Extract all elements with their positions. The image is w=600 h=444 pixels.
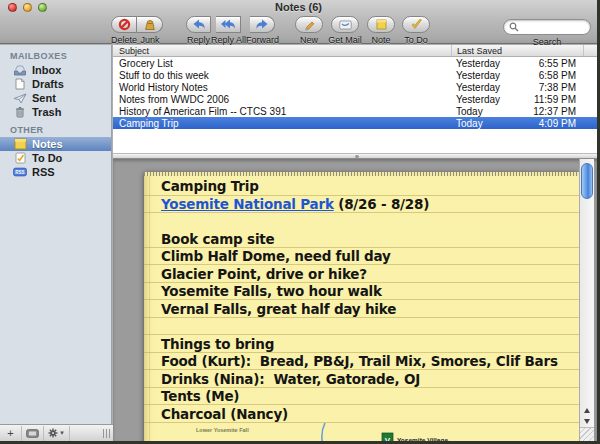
- note-line: Climb Half Dome, need full day: [161, 248, 571, 266]
- note-torn-edge: [144, 172, 579, 176]
- reply-all-button[interactable]: [216, 16, 241, 33]
- titlebar[interactable]: Notes (6): [0, 0, 597, 14]
- yosemite-link[interactable]: Yosemite National Park: [161, 196, 334, 212]
- reply-label: Reply: [187, 35, 210, 45]
- note-preview-area: Camping Trip Yosemite National Park (8/2…: [113, 159, 597, 441]
- note-item: Note: [366, 16, 396, 45]
- sidebar-item-to-do[interactable]: To Do: [0, 151, 111, 165]
- prohibition-icon: [118, 18, 131, 31]
- cell-subject: Camping Trip: [113, 118, 451, 129]
- picture-pane-icon: [26, 429, 39, 438]
- sidebar-item-drafts[interactable]: Drafts: [0, 77, 111, 91]
- add-mailbox-button[interactable]: +: [0, 426, 22, 441]
- search-field[interactable]: [503, 19, 591, 35]
- pane-toggle-button[interactable]: [22, 426, 44, 441]
- search-input[interactable]: [519, 21, 583, 34]
- new-note-button[interactable]: [295, 16, 323, 33]
- forward-label: Forward: [246, 35, 279, 45]
- note-list-row[interactable]: Stuff to do this weekYesterday6:58 PM: [113, 69, 597, 81]
- pane-resize-handle[interactable]: [103, 429, 112, 438]
- action-menu-button[interactable]: ▼: [44, 426, 70, 441]
- note-line: Things to bring: [161, 336, 571, 354]
- forward-button[interactable]: [250, 16, 275, 33]
- embedded-map-image: Lower Yosemite Fall V Yosemite Village: [144, 423, 579, 441]
- sidebar-item-label: Sent: [32, 92, 56, 104]
- scroll-down-button[interactable]: [580, 416, 594, 427]
- junk-button[interactable]: [137, 16, 163, 33]
- cell-time: 7:38 PM: [515, 82, 597, 93]
- column-last-saved[interactable]: Last Saved: [451, 45, 583, 56]
- scrollbar-thumb[interactable]: [581, 163, 593, 199]
- main-pane: Subject Last Saved Grocery ListYesterday…: [113, 45, 597, 441]
- junk-label: Junk: [141, 35, 160, 45]
- mailboxes-list: InboxDraftsSentTrash: [0, 63, 111, 119]
- sidebar-item-label: To Do: [32, 152, 62, 164]
- forward-arrow-icon: [255, 19, 269, 30]
- checkmark-icon: [410, 19, 423, 30]
- cell-time: 12:37 PM: [515, 106, 597, 117]
- note-list-row[interactable]: Grocery ListYesterday6:55 PM: [113, 57, 597, 69]
- scroll-up-button[interactable]: [580, 405, 594, 416]
- reply-arrow-icon: [192, 19, 206, 30]
- mail-notes-window: Notes (6) Delete: [0, 0, 597, 441]
- cell-subject: Stuff to do this week: [113, 70, 451, 81]
- sidebar-item-trash[interactable]: Trash: [0, 105, 111, 119]
- note-list-row[interactable]: World History NotesYesterday7:38 PM: [113, 81, 597, 93]
- note-button[interactable]: [367, 16, 395, 33]
- plus-icon: +: [7, 427, 13, 439]
- cell-day: Yesterday: [451, 94, 515, 105]
- cell-subject: History of American Film -- CTCS 391: [113, 106, 451, 117]
- map-label-bold: Yosemite Village: [397, 437, 448, 441]
- arrow-down-icon: [584, 419, 590, 424]
- note-line: Book camp site: [161, 231, 571, 249]
- cell-time: 11:59 PM: [515, 94, 597, 105]
- note-line: [161, 213, 571, 231]
- sidebar-item-label: Notes: [32, 138, 63, 150]
- note-label: Note: [371, 35, 390, 45]
- note-line: [161, 318, 571, 336]
- note-line: Vernal Falls, great half day hike: [161, 301, 571, 319]
- note-list-row[interactable]: Notes from WWDC 2006Yesterday11:59 PM: [113, 93, 597, 105]
- sidebar-item-label: Drafts: [32, 78, 64, 90]
- column-subject[interactable]: Subject: [113, 45, 451, 56]
- toolbar-group-reply: Reply Reply All Forward: [186, 16, 279, 45]
- cell-time: 4:09 PM: [515, 118, 597, 129]
- gear-icon: [48, 428, 58, 438]
- cell-day: Today: [451, 118, 515, 129]
- note-paper[interactable]: Camping Trip Yosemite National Park (8/2…: [144, 172, 579, 441]
- junk-bag-icon: [144, 19, 156, 31]
- window-resize-grip[interactable]: [580, 427, 594, 441]
- sticky-note-icon: [13, 138, 27, 150]
- get-mail-item: Get Mail: [329, 16, 361, 45]
- note-list-row[interactable]: Camping TripToday4:09 PM: [113, 117, 597, 129]
- search-area: Search: [503, 19, 591, 47]
- note-margin-line: [149, 176, 150, 441]
- sidebar-bottom-bar: + ▼: [0, 424, 117, 441]
- get-mail-button[interactable]: [331, 16, 359, 33]
- sidebar-item-label: Inbox: [32, 64, 61, 76]
- map-marker-letter: V: [385, 436, 391, 441]
- note-body: Book camp siteClimb Half Dome, need full…: [161, 213, 571, 423]
- reply-button[interactable]: [186, 16, 211, 33]
- todo-button[interactable]: [402, 16, 430, 33]
- delete-label: Delete: [111, 35, 137, 45]
- sidebar-item-notes[interactable]: Notes: [0, 137, 111, 151]
- screenshot-stage: Notes (6) Delete: [0, 0, 600, 444]
- pencil-icon: [303, 19, 315, 31]
- sidebar-item-inbox[interactable]: Inbox: [0, 63, 111, 77]
- delete-button[interactable]: [111, 16, 137, 33]
- toolbar-group-delete-junk: Delete Junk: [111, 16, 163, 45]
- note-text[interactable]: Camping Trip Yosemite National Park (8/2…: [161, 178, 571, 423]
- notes-list: Grocery ListYesterday6:55 PMStuff to do …: [113, 57, 597, 129]
- sidebar-item-sent[interactable]: Sent: [0, 91, 111, 105]
- map-label-small: Lower Yosemite Fall: [196, 427, 249, 433]
- sidebar-item-rss[interactable]: RSSRSS: [0, 165, 111, 179]
- note-list-row[interactable]: History of American Film -- CTCS 391Toda…: [113, 105, 597, 117]
- chevron-down-icon: ▼: [59, 430, 65, 436]
- note-date-range: (8/26 - 8/28): [334, 196, 429, 212]
- new-label: New: [300, 35, 318, 45]
- header-corner: [583, 45, 597, 56]
- magnifier-icon: [509, 22, 519, 32]
- note-scrollbar[interactable]: [579, 159, 594, 441]
- todo-list-icon: [13, 152, 27, 164]
